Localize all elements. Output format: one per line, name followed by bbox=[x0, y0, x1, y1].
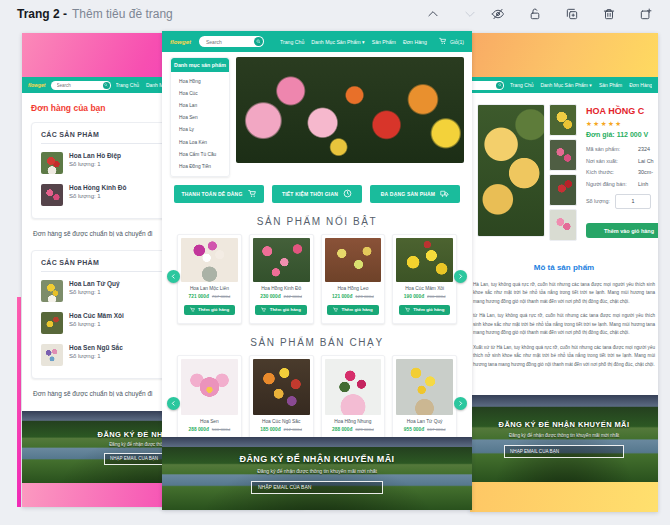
cta-label: TIẾT KIỆM THỜI GIAN bbox=[282, 191, 338, 197]
order-item-name: Hoa Cúc Mâm Xôi bbox=[69, 312, 124, 319]
product-card[interactable]: Hoa Cúc Mâm Xôi190 000đ200 000đThêm giỏ … bbox=[392, 234, 457, 324]
search-icon[interactable] bbox=[254, 37, 263, 46]
trash-icon[interactable] bbox=[602, 7, 616, 21]
category-item-4[interactable]: Hoa Ly bbox=[171, 124, 229, 136]
product-thumbnail-3[interactable] bbox=[549, 209, 577, 241]
search-icon[interactable] bbox=[103, 82, 110, 89]
category-item-0[interactable]: Hoa Hồng bbox=[171, 75, 229, 87]
product-main-image bbox=[477, 104, 545, 237]
product-description: Mô tả sản phẩm Hà Lan, tuy không quá rực… bbox=[470, 249, 658, 369]
search-input[interactable] bbox=[470, 82, 496, 89]
category-item-5[interactable]: Hoa Loa Kèn bbox=[171, 136, 229, 148]
detail-top-band bbox=[470, 33, 658, 77]
cart-button[interactable]: Giỏ(1) bbox=[439, 37, 464, 46]
nav-item-0[interactable]: Trang Chủ bbox=[280, 39, 304, 45]
cta-truck-button[interactable]: ĐA DẠNG SẢN PHẨM bbox=[370, 185, 460, 203]
nav-item-3[interactable]: Đơn Hàng bbox=[403, 39, 427, 45]
add-to-cart-button[interactable]: Thêm giỏ hàng bbox=[399, 305, 451, 315]
add-to-cart-button[interactable]: Thêm giỏ hàng bbox=[184, 305, 236, 315]
detail-site-header: Trang ChủDanh Mục Sản Phẩm ▾Sản PhẩmĐơn … bbox=[470, 77, 658, 93]
newsletter-email-input[interactable] bbox=[504, 445, 624, 458]
order-item-thumbnail bbox=[41, 312, 63, 334]
order-item-quantity: Số lượng: 1 bbox=[69, 353, 123, 359]
carousel-prev-icon[interactable] bbox=[167, 269, 180, 282]
duplicate-icon[interactable] bbox=[565, 7, 579, 21]
product-detail: HOA HỒNG C ★★★★★ Đơn giá: 112 000 V Mã s… bbox=[470, 93, 658, 249]
nav-item-0[interactable]: Trang Chủ bbox=[116, 82, 139, 88]
category-sidebar: Danh mục sản phẩm Hoa HồngHoa CúcHoa Lan… bbox=[170, 57, 230, 177]
order-item-name: Hoa Hồng Kính Đô bbox=[69, 184, 126, 191]
quantity-input[interactable] bbox=[615, 194, 651, 209]
order-item-thumbnail bbox=[41, 152, 63, 174]
order-item-text: Hoa Lan Tứ QuýSố lượng: 1 bbox=[69, 280, 120, 295]
page-edge-strip bbox=[17, 297, 21, 507]
cta-label: THANH TOÁN DỄ DÀNG bbox=[181, 191, 242, 197]
order-item-text: Hoa Sen Ngũ SắcSố lượng: 1 bbox=[69, 344, 123, 359]
nav-item-2[interactable]: Sản Phẩm bbox=[599, 82, 622, 88]
site-logo[interactable]: flowget bbox=[170, 39, 191, 45]
price-old: 200 000đ bbox=[427, 294, 445, 299]
product-name: Hoa Lan Mộc Liên bbox=[181, 286, 238, 291]
spec-label: Nơi sản xuất: bbox=[586, 158, 638, 164]
category-item-2[interactable]: Hoa Lan bbox=[171, 99, 229, 111]
order-item-text: Hoa Lan Hồ ĐiệpSố lượng: 1 bbox=[69, 152, 121, 167]
newsletter-email-input[interactable] bbox=[251, 481, 383, 494]
detail-footer-band bbox=[470, 482, 658, 512]
add-page-icon[interactable] bbox=[639, 7, 653, 21]
product-card[interactable]: Hoa Lan Mộc Liên721 000đ767 000đThêm giỏ… bbox=[177, 234, 242, 324]
page-preview-home[interactable]: flowget Trang ChủDanh Mục Sản Phẩm ▾Sản … bbox=[162, 31, 472, 510]
nav-item-1[interactable]: Danh Mục Sản Phẩm ▾ bbox=[311, 39, 364, 45]
move-up-icon[interactable] bbox=[426, 7, 440, 21]
nav-item-1[interactable]: Danh Mục Sản Phẩm ▾ bbox=[540, 82, 591, 88]
category-item-1[interactable]: Hoa Cúc bbox=[171, 87, 229, 99]
search-input[interactable] bbox=[204, 38, 254, 46]
add-to-cart-button[interactable]: Thêm giỏ hàng bbox=[255, 305, 307, 315]
product-info: HOA HỒNG C ★★★★★ Đơn giá: 112 000 V Mã s… bbox=[581, 104, 658, 241]
eye-off-icon[interactable] bbox=[491, 7, 505, 21]
spec-row: Kích thước:30cm- bbox=[586, 169, 658, 175]
order-item-name: Hoa Sen Ngũ Sắc bbox=[69, 344, 123, 351]
site-logo[interactable]: flowget bbox=[28, 82, 46, 88]
product-thumbnail-1[interactable] bbox=[549, 139, 577, 171]
order-item-text: Hoa Hồng Kính ĐôSố lượng: 1 bbox=[69, 184, 126, 199]
spec-value: 30cm- bbox=[638, 169, 653, 175]
price-old: 667 000đ bbox=[427, 427, 445, 432]
page-preview-product-detail[interactable]: Trang ChủDanh Mục Sản Phẩm ▾Sản PhẩmĐơn … bbox=[470, 33, 658, 512]
product-thumbnail-0[interactable] bbox=[549, 104, 577, 136]
nav-item-2[interactable]: Sản Phẩm bbox=[372, 39, 396, 45]
product-card[interactable]: Hoa Hồng Leo121 000đ123 000đThêm giỏ hàn… bbox=[321, 234, 386, 324]
search-icon[interactable] bbox=[496, 82, 503, 89]
description-paragraphs: Hà Lan, tuy không quá rực rỡ, cuốn hút n… bbox=[473, 281, 655, 369]
carousel-prev-icon[interactable] bbox=[167, 396, 180, 409]
product-name: Hoa Hồng Leo bbox=[325, 286, 382, 291]
newsletter-subtitle: Đăng ký để nhận được thông tin khuyến mã… bbox=[257, 468, 377, 474]
unlock-icon[interactable] bbox=[528, 7, 542, 21]
move-down-icon[interactable] bbox=[463, 7, 477, 21]
hero-image bbox=[236, 57, 464, 163]
add-to-cart-button[interactable]: Thêm giỏ hàng bbox=[327, 305, 379, 315]
product-price: Đơn giá: 112 000 V bbox=[586, 131, 658, 138]
price-current: 955 000đ bbox=[404, 427, 424, 432]
cta-cart-button[interactable]: THANH TOÁN DỄ DÀNG bbox=[174, 185, 264, 203]
search-bar bbox=[470, 81, 504, 90]
add-to-cart-button[interactable]: Thêm vào giỏ hàng bbox=[586, 223, 658, 238]
order-item-quantity: Số lượng: 1 bbox=[69, 289, 120, 295]
section-title: SẢN PHẨM BÁN CHẠY bbox=[162, 337, 472, 348]
nav-item-0[interactable]: Trang Chủ bbox=[510, 82, 533, 88]
page-title-placeholder[interactable]: Thêm tiêu đề trang bbox=[72, 7, 173, 21]
nav-item-3[interactable]: Đơn Hàng bbox=[629, 82, 652, 88]
category-item-3[interactable]: Hoa Sen bbox=[171, 112, 229, 124]
toolbar-actions bbox=[426, 7, 653, 21]
description-title: Mô tả sản phẩm bbox=[473, 263, 655, 272]
category-item-6[interactable]: Hoa Cẩm Tú Cầu bbox=[171, 148, 229, 160]
product-image bbox=[325, 359, 382, 415]
carousel-next-icon[interactable] bbox=[454, 396, 467, 409]
product-card[interactable]: Hoa Hồng Kinh Đô230 000đ242 000đThêm giỏ… bbox=[249, 234, 314, 324]
product-thumbnail-2[interactable] bbox=[549, 174, 577, 206]
search-input[interactable] bbox=[55, 82, 103, 89]
cta-clock-button[interactable]: TIẾT KIỆM THỜI GIAN bbox=[272, 185, 362, 203]
product-price: 190 000đ200 000đ bbox=[396, 294, 453, 299]
category-item-7[interactable]: Hoa Đồng Tiền bbox=[171, 160, 229, 172]
price-current: 190 000đ bbox=[404, 294, 424, 299]
carousel-next-icon[interactable] bbox=[454, 269, 467, 282]
